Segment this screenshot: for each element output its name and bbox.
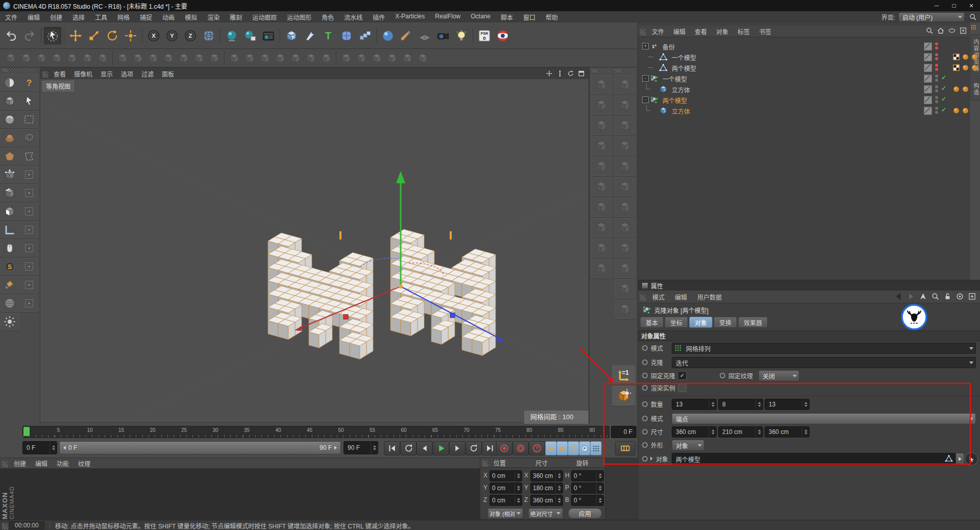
object-name[interactable]: 一个模型: [672, 53, 696, 62]
object-row[interactable]: -两个模型✓: [638, 94, 980, 105]
workplane-mode-button[interactable]: [1, 221, 19, 238]
model-mode-button[interactable]: [1, 92, 19, 110]
render-visibility-dot[interactable]: [935, 79, 938, 82]
tab-效果器[interactable]: 效果器: [738, 317, 768, 328]
object-row[interactable]: 两个模型: [638, 62, 980, 73]
layer-box[interactable]: [924, 53, 932, 61]
render-visibility-dot[interactable]: [935, 111, 938, 114]
size-input-1[interactable]: 360 cm: [672, 426, 717, 438]
drag-handle[interactable]: [640, 29, 646, 35]
stepper[interactable]: [802, 399, 809, 409]
stepper[interactable]: [755, 427, 763, 437]
render-visibility-dot[interactable]: [935, 89, 938, 92]
timeline-ruler[interactable]: 051015202530354045505560657075808590: [22, 426, 609, 438]
redo-button[interactable]: [21, 27, 38, 44]
modeling-command-button[interactable]: [615, 198, 635, 217]
x-axis-lock-button[interactable]: X: [145, 27, 162, 44]
count-input-3[interactable]: 13: [765, 399, 810, 410]
polygon-pentagon-button[interactable]: [1, 148, 19, 165]
layer-box[interactable]: [924, 75, 932, 83]
tab-对象[interactable]: 对象: [689, 317, 713, 328]
enable-check[interactable]: ✓: [941, 95, 946, 103]
play-button[interactable]: [433, 441, 449, 455]
last-used-tool-button[interactable]: [122, 27, 139, 44]
timeline-scrub-bar[interactable]: 0 F90 F: [59, 441, 341, 454]
keyframe-help-button[interactable]: ?: [529, 441, 545, 455]
stepper[interactable]: [555, 471, 562, 481]
modeling-command-button[interactable]: [615, 279, 635, 299]
menu-item-22[interactable]: 帮助: [541, 11, 563, 23]
menu-item-6[interactable]: 网格: [112, 11, 135, 23]
object-manager-menu-4[interactable]: 对象: [712, 26, 733, 37]
ball-tag[interactable]: [952, 107, 960, 114]
search-icon[interactable]: [931, 292, 941, 302]
menu-item-19[interactable]: Octane: [465, 11, 496, 23]
stepper[interactable]: [555, 483, 562, 493]
texture-view-ball-button[interactable]: [1, 74, 19, 91]
render-visibility-dot[interactable]: [935, 57, 938, 60]
material-menu-2[interactable]: 编辑: [31, 458, 52, 469]
stepper[interactable]: [596, 495, 603, 505]
object-link-field[interactable]: 两个模型: [672, 453, 955, 465]
position-input-1[interactable]: 0 cm: [489, 470, 522, 481]
menu-item-13[interactable]: 运动图形: [282, 11, 316, 23]
animation-dot[interactable]: [642, 416, 648, 421]
minimize-button[interactable]: ─: [928, 2, 945, 9]
render-settings-button[interactable]: [260, 27, 277, 44]
editor-visibility-dot[interactable]: [935, 64, 938, 67]
snap-toggle-button[interactable]: S: [1, 258, 19, 275]
add-panel-icon[interactable]: [968, 292, 977, 302]
axis-scale-indicator-button[interactable]: =1: [612, 365, 635, 384]
shape-dropdown[interactable]: 对象: [672, 440, 704, 451]
menu-item-5[interactable]: 工具: [90, 11, 112, 23]
modeling-tool-button[interactable]: [207, 51, 222, 66]
rotation-input-2[interactable]: 0 °: [571, 483, 604, 494]
checker-tag[interactable]: [952, 64, 960, 71]
y-axis-lock-button[interactable]: Y: [163, 27, 181, 44]
coordinate-system-button[interactable]: [200, 27, 217, 44]
stepper[interactable]: [514, 483, 522, 493]
drag-handle[interactable]: [482, 460, 488, 467]
modeling-tool-button[interactable]: [400, 51, 415, 66]
material-menu-1[interactable]: 创建: [9, 458, 31, 469]
render-view-button[interactable]: [223, 27, 240, 44]
menu-item-14[interactable]: 角色: [316, 11, 339, 23]
ball-tag[interactable]: [962, 107, 969, 114]
layer-box[interactable]: [924, 42, 932, 51]
modeling-command-button[interactable]: [615, 300, 635, 319]
enable-check[interactable]: ✓: [941, 106, 946, 113]
object-row[interactable]: 一个模型: [638, 52, 980, 62]
paint-mode-button[interactable]: [1, 111, 19, 128]
menu-item-4[interactable]: 选择: [67, 11, 90, 23]
modeling-command-button[interactable]: [615, 136, 635, 156]
modeling-tool-button[interactable]: [130, 51, 145, 66]
modeling-tool-button[interactable]: [369, 51, 384, 66]
ball-tag[interactable]: [952, 85, 960, 93]
fix-clone-checkbox[interactable]: ✓: [678, 371, 687, 380]
expand-toggle[interactable]: +: [642, 43, 649, 50]
viewport[interactable]: 查看摄像机显示选项过滤面板 等角视图 y x: [40, 67, 589, 423]
modeling-command-button[interactable]: [615, 259, 635, 278]
rotate-button[interactable]: [104, 27, 121, 44]
enable-check[interactable]: ✓: [941, 74, 946, 81]
modeling-command-button[interactable]: [591, 136, 611, 156]
key-position-button[interactable]: [545, 441, 557, 455]
modeling-command-button[interactable]: [591, 259, 611, 278]
object-name[interactable]: 两个模型: [663, 96, 687, 105]
modeling-command-button[interactable]: [591, 177, 611, 197]
menu-item-12[interactable]: 运动跟踪: [247, 11, 282, 23]
modeling-tool-button[interactable]: [3, 51, 18, 66]
end-frame-input[interactable]: 90 F: [344, 441, 378, 454]
material-menu-4[interactable]: 纹理: [74, 458, 95, 469]
camera-button[interactable]: [434, 27, 452, 44]
environment-sky-button[interactable]: [379, 27, 397, 44]
stepper[interactable]: [802, 427, 809, 437]
modeling-tool-button[interactable]: [227, 51, 242, 66]
goto-start-button[interactable]: [384, 441, 400, 455]
z-axis-lock-button[interactable]: Z: [182, 27, 199, 44]
selection-preset-button[interactable]: [20, 203, 38, 220]
animation-dot[interactable]: [720, 373, 725, 378]
render-visibility-dot[interactable]: [935, 100, 938, 103]
link-menu-button[interactable]: [955, 453, 964, 465]
prev-frame-button[interactable]: [416, 441, 433, 455]
